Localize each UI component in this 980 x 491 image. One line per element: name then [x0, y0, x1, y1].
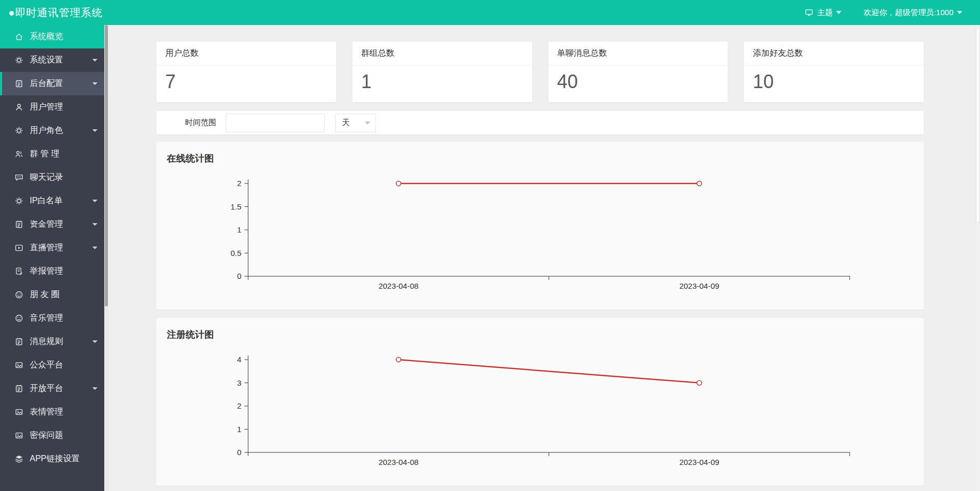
register-line-chart: 012342023-04-082023-04-09: [165, 349, 915, 474]
svg-text:2023-04-09: 2023-04-09: [679, 281, 719, 290]
svg-text:2: 2: [237, 401, 241, 410]
clipboard-icon: [15, 337, 23, 346]
stat-card-title: 群组总数: [352, 42, 532, 66]
gear-icon: [15, 56, 23, 65]
sidebar-item-user-management[interactable]: 用户管理: [0, 95, 104, 119]
time-range-label: 时间范围: [185, 118, 216, 128]
sidebar-item-open-platform[interactable]: 开放平台: [0, 377, 104, 400]
stat-card-value: 10: [744, 66, 924, 93]
svg-text:0.5: 0.5: [230, 249, 241, 257]
svg-text:1: 1: [237, 425, 241, 434]
stat-card-title: 用户总数: [156, 42, 336, 66]
svg-text:2023-04-09: 2023-04-09: [679, 458, 719, 467]
svg-text:0: 0: [237, 448, 241, 457]
stat-card-total-users: 用户总数 7: [156, 42, 336, 102]
svg-text:1: 1: [237, 225, 241, 234]
users-icon: [15, 150, 23, 158]
video-icon: [15, 243, 23, 252]
main-content: 用户总数 7 群组总数 1 单聊消息总数 40 添加好友总数 10 时间范围: [108, 25, 976, 491]
layers-icon: [15, 455, 23, 463]
sidebar-item-music-management[interactable]: 音乐管理: [0, 306, 104, 330]
smile-icon: [15, 290, 23, 299]
gear-icon: [15, 197, 23, 205]
stat-card-value: 7: [156, 66, 336, 93]
stat-card-value: 40: [548, 66, 728, 93]
online-chart-title: 在线统计图: [156, 142, 924, 165]
sidebar-item-live-management[interactable]: 直播管理: [0, 236, 104, 260]
sidebar-item-emoji-management[interactable]: 表情管理: [0, 400, 104, 424]
page-scrollbar-thumb[interactable]: [976, 27, 980, 223]
chevron-down-icon: [92, 59, 97, 62]
clipboard-icon: [15, 220, 23, 229]
stat-cards-row: 用户总数 7 群组总数 1 单聊消息总数 40 添加好友总数 10: [156, 42, 924, 102]
period-select-value: 天: [342, 118, 350, 128]
svg-text:3: 3: [237, 378, 241, 387]
stat-card-total-friend-adds: 添加好友总数 10: [744, 42, 924, 102]
image-icon: [15, 361, 23, 370]
sidebar-item-funds-management[interactable]: 资金管理: [0, 213, 104, 236]
sidebar-item-chat-records[interactable]: 聊天记录: [0, 166, 104, 189]
sidebar-item-message-rules[interactable]: 消息规则: [0, 330, 104, 353]
chevron-down-icon: [92, 247, 97, 249]
top-header: ●即时通讯管理系统 主题 欢迎你，超级管理员:1000: [0, 0, 980, 25]
chevron-down-icon: [92, 82, 97, 85]
chat-icon: [15, 173, 23, 182]
sidebar-scrollbar-track: [104, 25, 108, 491]
sidebar-item-app-link-settings[interactable]: APP链接设置: [0, 447, 104, 471]
chevron-down-icon: [836, 11, 841, 14]
image-icon: [15, 431, 23, 440]
theme-label: 主题: [817, 8, 832, 18]
time-range-filter-bar: 时间范围 天: [156, 111, 924, 134]
gear-icon: [15, 126, 23, 135]
svg-text:1.5: 1.5: [230, 202, 241, 211]
chevron-down-icon: [365, 121, 370, 125]
register-stats-card: 注册统计图 012342023-04-082023-04-09: [156, 318, 924, 486]
stat-card-value: 1: [352, 66, 532, 93]
sidebar-nav: 系统概览 系统设置 后台配置 用户管理 用户角色 群 管 理 聊天记录: [0, 25, 104, 491]
svg-text:2: 2: [237, 179, 241, 188]
monitor-icon: [805, 8, 813, 17]
smile-icon: [15, 314, 23, 323]
sidebar-item-backend-config[interactable]: 后台配置: [0, 72, 104, 95]
svg-text:0: 0: [237, 272, 241, 280]
stat-card-title: 单聊消息总数: [548, 42, 728, 66]
chevron-down-icon: [92, 387, 97, 390]
sidebar-item-system-settings[interactable]: 系统设置: [0, 48, 104, 72]
svg-text:2023-04-08: 2023-04-08: [378, 458, 419, 467]
user-icon: [15, 103, 23, 112]
register-chart-title: 注册统计图: [156, 318, 924, 341]
user-menu[interactable]: 欢迎你，超级管理员:1000: [863, 8, 962, 18]
sidebar-item-group-management[interactable]: 群 管 理: [0, 142, 104, 166]
online-stats-card: 在线统计图 00.511.522023-04-082023-04-09: [156, 142, 924, 310]
sidebar-scrollbar-thumb[interactable]: [105, 25, 108, 306]
stat-card-total-groups: 群组总数 1: [352, 42, 532, 102]
stat-card-title: 添加好友总数: [744, 42, 924, 66]
chevron-down-icon: [92, 200, 97, 202]
chevron-down-icon: [92, 340, 97, 343]
online-line-chart: 00.511.522023-04-082023-04-09: [165, 173, 915, 298]
report-icon: [15, 267, 23, 276]
chevron-down-icon: [92, 129, 97, 132]
clipboard-icon: [15, 384, 23, 393]
theme-menu[interactable]: 主题: [805, 8, 841, 18]
time-range-input[interactable]: [226, 114, 325, 132]
home-icon: [15, 32, 23, 41]
chevron-down-icon: [92, 223, 97, 226]
sidebar-item-system-overview[interactable]: 系统概览: [0, 25, 104, 48]
sidebar-item-public-platform[interactable]: 公众平台: [0, 353, 104, 377]
period-select[interactable]: 天: [335, 114, 376, 132]
stat-card-total-single-messages: 单聊消息总数 40: [548, 42, 728, 102]
sidebar-item-ip-whitelist[interactable]: IP白名单: [0, 189, 104, 213]
image-icon: [15, 408, 23, 416]
svg-text:4: 4: [237, 355, 241, 364]
sidebar-item-security-question[interactable]: 密保问题: [0, 424, 104, 447]
sidebar-item-user-roles[interactable]: 用户角色: [0, 119, 104, 142]
app-title: ●即时通讯管理系统: [0, 6, 103, 20]
clipboard-icon: [15, 79, 23, 88]
sidebar-item-moments[interactable]: 朋 友 圈: [0, 283, 104, 306]
sidebar-item-report-management[interactable]: 举报管理: [0, 260, 104, 283]
header-right: 主题 欢迎你，超级管理员:1000: [805, 8, 980, 18]
chevron-down-icon: [957, 11, 962, 14]
app-window: ●即时通讯管理系统 主题 欢迎你，超级管理员:1000 系统概览 系统设置: [0, 0, 980, 491]
svg-text:2023-04-08: 2023-04-08: [378, 281, 419, 290]
